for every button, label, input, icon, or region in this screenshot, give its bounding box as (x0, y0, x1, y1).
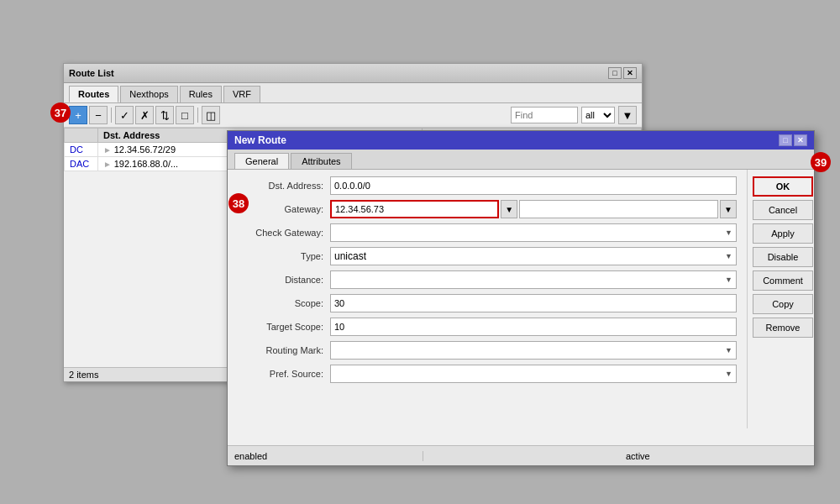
dialog-minimize-button[interactable]: □ (779, 134, 792, 146)
close-button[interactable]: ✕ (623, 67, 637, 79)
tab-vrf[interactable]: VRF (223, 86, 260, 102)
dialog-tab-general[interactable]: General (234, 153, 289, 169)
tab-routes[interactable]: Routes (69, 86, 118, 102)
copy-button[interactable]: Copy (753, 294, 813, 314)
target-scope-input[interactable] (330, 318, 737, 336)
badge-37: 37 (50, 102, 71, 123)
new-route-dialog: New Route □ ✕ General Attributes Dst. Ad… (227, 130, 815, 466)
route-list-controls: □ ✕ (608, 67, 637, 79)
pref-source-arrow: ▼ (725, 370, 732, 378)
dialog-titlebar: New Route □ ✕ (228, 131, 814, 150)
gateway-input-group: ▼ ▼ (330, 200, 737, 218)
check-gateway-select[interactable]: ▼ (330, 223, 737, 242)
target-scope-label: Target Scope: (238, 322, 330, 332)
gateway-dropdown-button[interactable]: ▼ (501, 200, 517, 218)
gateway-label: Gateway: (238, 204, 330, 214)
scope-label: Scope: (238, 298, 330, 308)
row-type: DC (65, 143, 98, 157)
dialog-statusbar: enabled active (228, 445, 814, 465)
dialog-controls: □ ✕ (779, 134, 807, 146)
comment-button[interactable]: Comment (753, 270, 813, 291)
remove-button[interactable]: Remove (753, 318, 813, 338)
status-enabled: enabled (228, 451, 423, 461)
routing-mark-label: Routing Mark: (238, 345, 330, 355)
badge-39: 39 (811, 152, 831, 172)
dialog-form-fields: Dst. Address: Gateway: ▼ ▼ Check Gateway… (228, 170, 747, 428)
type-value: unicast (334, 250, 366, 262)
dialog-close-button[interactable]: ✕ (794, 134, 807, 146)
dialog-form-area: Dst. Address: Gateway: ▼ ▼ Check Gateway… (228, 170, 814, 428)
dst-address-input[interactable] (330, 176, 737, 195)
disable-button[interactable]: Disable (753, 247, 813, 267)
type-row: Type: unicast ▼ (238, 247, 737, 265)
minimize-button[interactable]: □ (608, 67, 622, 79)
remove-button[interactable]: − (89, 106, 108, 124)
copy-button[interactable]: □ (176, 106, 194, 124)
routing-mark-arrow: ▼ (725, 346, 732, 354)
target-scope-row: Target Scope: (238, 318, 737, 336)
routing-mark-select[interactable]: ▼ (330, 341, 737, 360)
add-route-button[interactable]: + (69, 106, 87, 124)
ok-button[interactable]: OK (753, 176, 813, 197)
col-type[interactable] (65, 129, 98, 143)
dialog-actions: OK Cancel Apply Disable Comment Copy Rem… (747, 170, 814, 428)
route-list-titlebar: Route List □ ✕ (64, 64, 642, 83)
dialog-title: New Route (234, 134, 286, 146)
pref-source-label: Pref. Source: (238, 369, 330, 379)
badge-38: 38 (228, 193, 249, 213)
distance-label: Distance: (238, 275, 330, 285)
find-input[interactable] (511, 107, 578, 123)
type-label: Type: (238, 251, 330, 261)
move-button[interactable]: ⇅ (155, 106, 174, 124)
distance-row: Distance: ▼ (238, 270, 737, 289)
toolbar-separator-2 (197, 108, 198, 123)
pref-source-select[interactable]: ▼ (330, 365, 737, 383)
toolbar-separator-1 (111, 108, 112, 123)
find-dropdown[interactable]: all (581, 107, 615, 123)
type-select[interactable]: unicast ▼ (330, 247, 737, 265)
type-arrow: ▼ (725, 252, 732, 260)
check-gateway-label: Check Gateway: (238, 228, 330, 238)
gateway-secondary-input[interactable] (519, 200, 718, 218)
cancel-button[interactable]: Cancel (753, 200, 813, 220)
check-gateway-arrow: ▼ (725, 228, 732, 237)
dialog-tabbar: General Attributes (228, 150, 814, 170)
apply-button[interactable]: Apply (753, 223, 813, 244)
find-go-button[interactable]: ▼ (618, 106, 637, 124)
row-type: DAC (65, 157, 98, 171)
disable-button[interactable]: ✗ (135, 106, 154, 124)
pref-source-row: Pref. Source: ▼ (238, 365, 737, 383)
route-list-tabbar: Routes Nexthops Rules VRF (64, 83, 642, 103)
route-list-toolbar: + − ✓ ✗ ⇅ □ ◫ all ▼ (64, 103, 642, 128)
scope-input[interactable] (330, 294, 737, 312)
scope-row: Scope: (238, 294, 737, 312)
check-gateway-row: Check Gateway: ▼ (238, 223, 737, 242)
tab-rules[interactable]: Rules (180, 86, 222, 102)
enable-button[interactable]: ✓ (115, 106, 134, 124)
filter-button[interactable]: ◫ (202, 106, 220, 124)
gateway-row: Gateway: ▼ ▼ (238, 200, 737, 218)
status-active: active (619, 451, 814, 461)
gateway-input[interactable] (330, 200, 499, 218)
find-section: all ▼ (511, 106, 637, 124)
dialog-tab-attributes[interactable]: Attributes (291, 153, 351, 169)
dst-address-label: Dst. Address: (238, 181, 330, 191)
distance-select[interactable]: ▼ (330, 270, 737, 289)
route-count: 2 items (69, 370, 98, 380)
gateway-secondary-dropdown-button[interactable]: ▼ (720, 200, 737, 218)
tab-nexthops[interactable]: Nexthops (120, 86, 177, 102)
routing-mark-row: Routing Mark: ▼ (238, 341, 737, 360)
route-list-title: Route List (69, 68, 114, 78)
dst-address-row: Dst. Address: (238, 176, 737, 195)
distance-arrow: ▼ (725, 276, 732, 284)
